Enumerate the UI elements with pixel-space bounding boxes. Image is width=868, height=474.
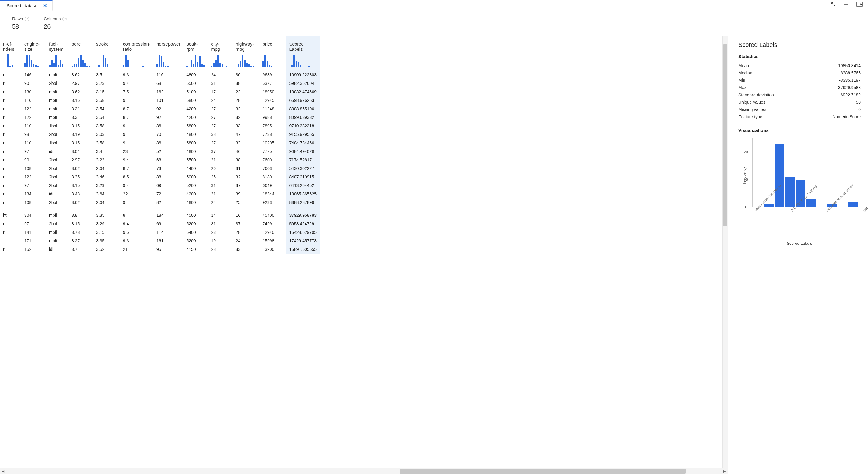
table-row[interactable]: r902bbl2.973.239.4685500313876097174.528…: [0, 156, 319, 164]
column-header[interactable]: fuel-system: [46, 36, 68, 54]
horizontal-scrollbar[interactable]: ◄ ►: [0, 468, 728, 474]
table-row[interactable]: r902bbl2.973.239.4685500313863775982.362…: [0, 79, 319, 88]
table-cell: 31: [208, 190, 232, 198]
table-cell: 24: [208, 96, 232, 105]
column-header[interactable]: price: [259, 36, 286, 54]
table-row[interactable]: r972bbl3.153.299.4695200313766496413.264…: [0, 181, 319, 190]
table-cell: 110: [21, 139, 46, 147]
table-cell: 28: [232, 228, 259, 237]
table-cell: 32: [232, 105, 259, 113]
stat-row: Min-3335.1197: [738, 77, 861, 84]
meta-row: Rows? 58 Columns? 26: [0, 11, 868, 36]
scroll-track[interactable]: [6, 468, 722, 474]
table-row[interactable]: r1101bbl3.153.589865800273378959710.3823…: [0, 122, 319, 130]
table-cell: r: [0, 113, 21, 122]
table-cell: 161: [153, 237, 183, 245]
vertical-scroll-thumb[interactable]: [723, 44, 727, 226]
table-cell: 114: [153, 228, 183, 237]
collapse-icon[interactable]: [831, 2, 836, 8]
table-cell: 3.15: [68, 181, 93, 190]
table-cell: 110: [21, 122, 46, 130]
column-header[interactable]: highway-mpg: [232, 36, 259, 54]
scroll-left-icon[interactable]: ◄: [0, 468, 6, 474]
table-cell: 9.3: [120, 237, 153, 245]
table-cell: mpfi: [46, 105, 68, 113]
table-row[interactable]: r152idi3.73.522195415028331320016891.505…: [0, 245, 319, 253]
column-header[interactable]: engine-size: [21, 36, 46, 54]
table-cell: 92: [153, 113, 183, 122]
stat-row: Unique values58: [738, 99, 861, 106]
tab-scored-dataset[interactable]: Scored_dataset ✕: [0, 0, 53, 11]
table-cell: 23: [208, 228, 232, 237]
column-header[interactable]: city-mpg: [208, 36, 232, 54]
table-row[interactable]: r146mpfi3.623.59.311648002430963910909.2…: [0, 71, 319, 79]
table-row[interactable]: r122mpfi3.313.548.7924200273299888099.63…: [0, 113, 319, 122]
table-cell: 46: [232, 147, 259, 156]
close-icon[interactable]: ✕: [43, 3, 47, 8]
table-cell: 7174.528171: [286, 156, 319, 164]
minimize-icon[interactable]: [844, 2, 848, 8]
table-cell: 38: [232, 79, 259, 88]
table-row[interactable]: r122mpfi3.313.548.79242002732112488388.8…: [0, 105, 319, 113]
table-row[interactable]: r1101bbl3.153.5898658002733102957404.734…: [0, 139, 319, 147]
table-row[interactable]: r1222bbl3.353.468.5885000253281898487.21…: [0, 173, 319, 181]
table-cell: 4800: [183, 130, 208, 139]
table-cell: 8: [120, 207, 153, 219]
stat-value: 6922.7182: [841, 93, 861, 97]
table-cell: 15998: [259, 237, 286, 245]
table-cell: 162: [153, 88, 183, 96]
table-cell: 9.4: [120, 156, 153, 164]
table-cell: 72: [153, 190, 183, 198]
table-row[interactable]: r130mpfi3.623.157.5162510017221895018032…: [0, 88, 319, 96]
table-cell: 122: [21, 105, 46, 113]
column-header[interactable]: bore: [68, 36, 93, 54]
table-cell: 19: [208, 237, 232, 245]
table-row[interactable]: r141mpfi3.783.159.5114540023281294015428…: [0, 228, 319, 237]
table-cell: 31: [232, 164, 259, 173]
table-cell: 9: [120, 139, 153, 147]
table-cell: 5400: [183, 228, 208, 237]
table-cell: 97: [21, 181, 46, 190]
column-header[interactable]: peak-rpm: [183, 36, 208, 54]
table-cell: 31: [208, 181, 232, 190]
rows-value: 58: [12, 23, 29, 30]
table-row[interactable]: r972bbl3.153.299.4695200313774995958.424…: [0, 219, 319, 228]
help-icon[interactable]: ?: [62, 17, 67, 21]
column-header[interactable]: horsepower: [153, 36, 183, 54]
table-cell: 73: [153, 164, 183, 173]
table-row[interactable]: r97idi3.013.423524800374677759084.494029: [0, 147, 319, 156]
table-cell: 9.4: [120, 181, 153, 190]
horizontal-scroll-thumb[interactable]: [400, 469, 686, 474]
table-row[interactable]: r1082bbl3.622.649824800242592338388.2878…: [0, 198, 319, 207]
table-row[interactable]: r1082bbl3.622.648.7734400263176035430.30…: [0, 164, 319, 173]
table-cell: 52: [153, 147, 183, 156]
table-cell: 30: [232, 71, 259, 79]
table-row[interactable]: r110mpfi3.153.58910158002428129456698.97…: [0, 96, 319, 105]
table-cell: 6698.976263: [286, 96, 319, 105]
table-cell: 86: [153, 122, 183, 130]
column-header[interactable]: stroke: [93, 36, 120, 54]
scroll-right-icon[interactable]: ►: [722, 468, 728, 474]
column-header[interactable]: compression-ratio: [120, 36, 153, 54]
table-scroll[interactable]: n-of-ndersengine-sizefuel-systemborestro…: [0, 36, 722, 468]
table-cell: 97: [21, 219, 46, 228]
column-header[interactable]: n-of-nders: [0, 36, 21, 54]
table-cell: 3.29: [93, 181, 120, 190]
table-cell: 5500: [183, 156, 208, 164]
table-row[interactable]: 171mpfi3.273.359.3161520019241599817429.…: [0, 237, 319, 245]
popout-icon[interactable]: [857, 2, 863, 8]
table-row[interactable]: r134idi3.433.642272420031391834413065.86…: [0, 190, 319, 198]
table-cell: 14: [208, 207, 232, 219]
stats-header: Statistics: [738, 54, 861, 59]
table-cell: 5000: [183, 173, 208, 181]
table-cell: 7895: [259, 122, 286, 130]
table-cell: 2.64: [93, 164, 120, 173]
table-row[interactable]: ht304mpfi3.83.358184450014164540037929.9…: [0, 207, 319, 219]
help-icon[interactable]: ?: [25, 17, 29, 21]
column-header[interactable]: ScoredLabels: [286, 36, 319, 54]
table-cell: 1bbl: [46, 139, 68, 147]
table-row[interactable]: r982bbl3.193.039704800384777389155.92956…: [0, 130, 319, 139]
vertical-scrollbar[interactable]: [722, 36, 728, 468]
table-cell: 108: [21, 164, 46, 173]
table-cell: 3.31: [68, 105, 93, 113]
